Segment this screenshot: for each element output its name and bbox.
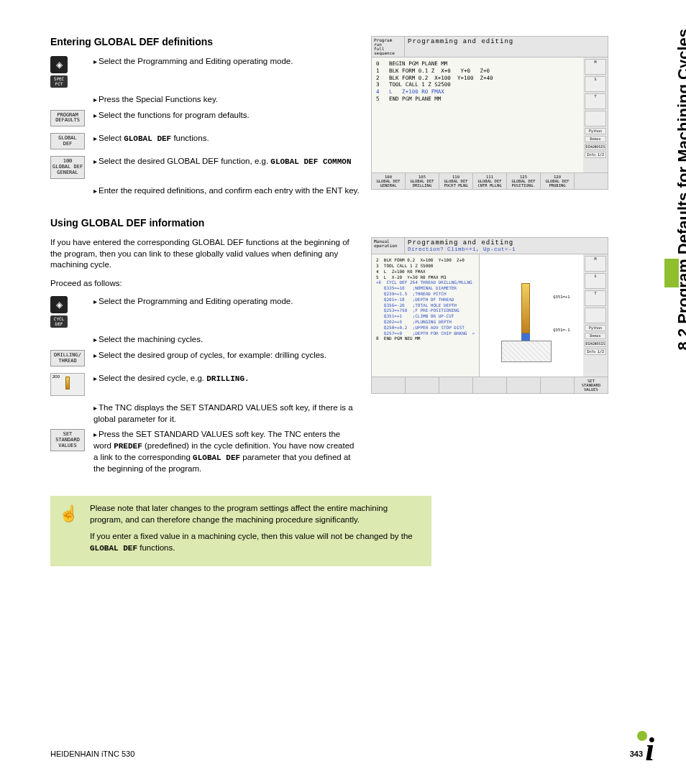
proceed-label: Proceed as follows: <box>50 278 360 290</box>
screenshot-programming-editing-1: Program run full sequence Programming an… <box>371 36 608 190</box>
note-paragraph: If you enter a fixed value in a machinin… <box>90 531 423 553</box>
side-panel-box[interactable]: Python <box>585 325 606 331</box>
heading-entering: Entering GLOBAL DEF definitions <box>50 36 360 47</box>
side-panel-box[interactable]: DIAGNOSIS <box>585 144 606 150</box>
global-def-general-softkey[interactable]: 100 GLOBAL DEF GENERAL <box>50 156 85 178</box>
softkey[interactable]: 100 GLOBAL DEF GENERAL <box>372 173 406 189</box>
note-paragraph: Please note that later changes to the pr… <box>90 503 423 525</box>
code-line: Q335=+10 ;NOMINAL DIAMETER <box>376 285 475 291</box>
side-panel-box[interactable]: S <box>585 273 606 289</box>
softkey[interactable] <box>541 377 575 393</box>
step-text: Select the machining cycles. <box>91 334 360 346</box>
softkey[interactable]: 125 GLOBAL DEF POSITIONG. <box>507 173 541 189</box>
program-defaults-softkey[interactable]: PROGRAM DEFAULTS <box>50 110 85 126</box>
side-panel-box[interactable] <box>585 111 606 126</box>
code-line: 4 L Z+100 R0 FMAX <box>376 269 475 275</box>
side-panel-box[interactable]: Demos <box>585 136 606 142</box>
code-line: 5 END PGM PLANE MM <box>376 96 579 103</box>
mode-indicator: Program run full sequence <box>372 37 405 57</box>
side-panel-box[interactable]: Info 1/2 <box>585 349 606 355</box>
code-line: Q351=+1 ;CLIMB OR UP-CUT <box>376 313 475 319</box>
page-footer: HEIDENHAIN iTNC 530 343 <box>50 750 643 758</box>
side-panel-box[interactable]: DIAGNOSIS <box>585 341 606 347</box>
softkey[interactable]: 105 GLOBAL DEF DRILLING <box>406 173 439 189</box>
step-text: Select GLOBAL DEF functions. <box>91 133 360 144</box>
code-line: Q257=+0 ;DEPTH FOR CHIP BRKNG > <box>376 331 475 336</box>
code-line: 1 BLK FORM 0.1 Z X+0 Y+0 Z+0 <box>376 68 579 75</box>
product-name: HEIDENHAIN iTNC 530 <box>50 750 134 758</box>
code-line: Q202=+5 ;PLUNGING DEPTH <box>376 319 475 325</box>
screenshot-programming-editing-2: Manual operation Programming and editing… <box>371 237 608 394</box>
code-line: 2 BLK FORM 0.2 X+100 Y+100 Z+40 <box>376 75 579 82</box>
step-text: Press the SET STANDARD VALUES soft key. … <box>91 429 360 474</box>
hand-pointer-icon: ☝ <box>59 503 78 559</box>
step-text: Select the functions for program default… <box>91 110 360 121</box>
diamond-arrow-icon[interactable]: ◈ <box>50 56 68 73</box>
softkey[interactable] <box>372 377 406 393</box>
screen-title: Programming and editing Direction? Climb… <box>405 238 608 254</box>
code-line: Q201=-18 ;DEPTH OF THREAD <box>376 297 475 303</box>
softkey[interactable]: 111 GLOBAL DEF CNTR MLLNG <box>473 173 507 189</box>
section-entering-global-def: Entering GLOBAL DEF definitions ◈ SPEC F… <box>50 36 643 201</box>
input-prompt: Direction? Climb=+1, Up-cut=-1 <box>408 246 605 252</box>
softkey[interactable] <box>575 173 608 189</box>
step-text: Press the Special Functions key. <box>91 94 360 106</box>
section-using-global-def: If you have entered the corresponding GL… <box>50 237 643 479</box>
step-text: Select the Programming and Editing opera… <box>91 56 360 68</box>
mode-indicator: Manual operation <box>372 238 405 254</box>
spec-fct-key[interactable]: SPEC FCT <box>50 75 68 88</box>
step-text: Select the Programming and Editing opera… <box>91 296 360 308</box>
code-line: 2 BLK FORM 0.2 X+100 Y+100 Z+0 <box>376 257 475 263</box>
intro-paragraph: If you have entered the corresponding GL… <box>50 237 360 271</box>
page-number: 343 <box>630 750 643 758</box>
code-line: 5 L X-20 Y+30 R0 FMAX M3 <box>376 275 475 280</box>
code-line: 8 END PGM NEU MM <box>376 336 475 341</box>
program-listing: 2 BLK FORM 0.2 X+100 Y+100 Z+03 TOOL CAL… <box>372 254 479 377</box>
caution-note: ☝ Please note that later changes to the … <box>50 496 431 566</box>
code-line: Q253=+750 ;F PRE-POSITIONING <box>376 308 475 313</box>
side-panel-box[interactable]: M <box>585 59 606 75</box>
side-tab: 8.2 Program Defaults for Machining Cycle… <box>656 29 679 489</box>
code-line: Q356=-20 ;TOTAL HOLE DEPTH <box>376 303 475 308</box>
side-panel-box[interactable]: Info 1/2 <box>585 152 606 158</box>
code-line: +6 CYCL DEF 264 THREAD DRILLNG/MLLNG <box>376 280 475 285</box>
step-text: Enter the required definitions, and conf… <box>91 185 360 197</box>
side-panel-box[interactable]: S <box>585 76 606 92</box>
step-text: The TNC displays the SET STANDARD VALUES… <box>91 402 360 425</box>
code-line: 3 TOOL CALL 1 Z S2500 <box>376 81 579 88</box>
code-line: Q258=+0.2 ;UPPER ADV STOP DIST <box>376 325 475 331</box>
softkey[interactable]: SET STANDARD VALUES <box>575 377 608 393</box>
side-panel-box[interactable]: T <box>585 93 606 109</box>
screen-title: Programming and editing <box>405 37 608 57</box>
step-text: Select the desired cycle, e.g. DRILLING. <box>91 373 360 384</box>
softkey[interactable]: 120 GLOBAL DEF PROBING <box>541 173 575 189</box>
code-line: Q239=+1.5 ;THREAD PITCH <box>376 291 475 297</box>
side-panel-box[interactable]: Demos <box>585 333 606 339</box>
side-panel-box[interactable]: T <box>585 290 606 306</box>
softkey[interactable] <box>406 377 439 393</box>
code-line: 3 TOOL CALL 1 Z S5000 <box>376 263 475 269</box>
softkey[interactable] <box>439 377 473 393</box>
side-panel-box[interactable]: M <box>585 256 606 272</box>
step-text: Select the desired GLOBAL DEF function, … <box>91 156 360 167</box>
info-icon: i <box>645 730 654 768</box>
heading-using: Using GLOBAL DEF information <box>50 217 643 229</box>
softkey[interactable]: 110 GLOBAL DEF POCKT MLNG <box>439 173 473 189</box>
cycle-200-softkey[interactable]: 200 <box>50 373 85 396</box>
global-def-softkey[interactable]: GLOBAL DEF <box>50 133 85 149</box>
side-panel-box[interactable]: Python <box>585 128 606 134</box>
program-listing: 0 BEGIN PGM PLANE MM1 BLK FORM 0.1 Z X+0… <box>372 57 583 172</box>
softkey[interactable] <box>507 377 541 393</box>
set-standard-values-softkey[interactable]: SET STANDARD VALUES <box>50 429 85 451</box>
code-line: 4 L Z+100 R0 FMAX <box>376 88 579 96</box>
section-title-vertical: 8.2 Program Defaults for Machining Cycle… <box>674 29 686 350</box>
side-panel-box[interactable] <box>585 308 606 323</box>
code-line: 0 BEGIN PGM PLANE MM <box>376 60 579 68</box>
step-text: Select the desired group of cycles, for … <box>91 350 360 361</box>
cycl-def-key[interactable]: CYCL DEF <box>50 315 68 328</box>
drilling-thread-softkey[interactable]: DRILLING/ THREAD <box>50 350 85 366</box>
tool-graphic: Q351=+1 Q351=-1 <box>479 254 583 377</box>
diamond-arrow-icon[interactable]: ◈ <box>50 296 68 313</box>
softkey[interactable] <box>473 377 507 393</box>
